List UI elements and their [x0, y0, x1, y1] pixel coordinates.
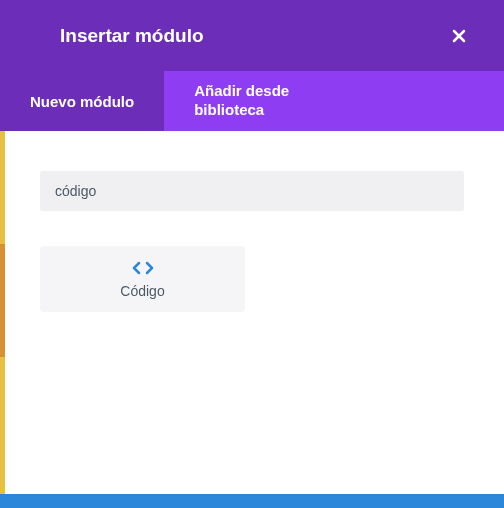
module-grid: Código — [40, 246, 464, 312]
left-edge-decoration — [0, 131, 5, 508]
tab-label: Nuevo módulo — [30, 93, 134, 110]
modal-title: Insertar módulo — [60, 25, 204, 47]
search-input[interactable] — [40, 171, 464, 211]
close-icon — [451, 28, 467, 44]
tabs-container: Nuevo módulo Añadir desde biblioteca — [0, 71, 504, 131]
modal-header: Insertar módulo — [0, 0, 504, 71]
tab-label: Añadir desde biblioteca — [194, 82, 289, 120]
bottom-edge-decoration — [0, 494, 504, 508]
modal-body: Código — [0, 131, 504, 508]
module-label: Código — [120, 283, 164, 299]
tab-new-module[interactable]: Nuevo módulo — [0, 71, 164, 131]
close-button[interactable] — [444, 21, 474, 51]
insert-module-modal: Insertar módulo Nuevo módulo Añadir desd… — [0, 0, 504, 508]
tab-from-library[interactable]: Añadir desde biblioteca — [164, 71, 319, 131]
module-code[interactable]: Código — [40, 246, 245, 312]
code-icon — [132, 260, 154, 276]
